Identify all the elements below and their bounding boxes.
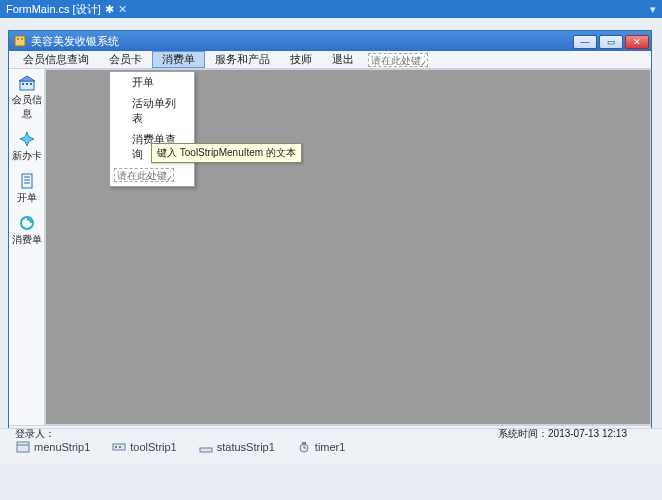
svg-rect-18 — [119, 446, 121, 448]
menu-component-icon — [16, 441, 30, 453]
building-icon — [18, 74, 36, 92]
app-icon — [13, 34, 27, 48]
menu-strip: 会员信息查询 会员卡 消费单 服务和产品 技师 退出 — [9, 51, 651, 69]
tray-statusstrip[interactable]: statusStrip1 — [199, 441, 275, 453]
status-right: 系统时间：2013-07-13 12:13 — [498, 427, 627, 441]
svg-rect-1 — [17, 38, 19, 40]
status-component-icon — [199, 441, 213, 453]
tool-open-order[interactable]: 开单 — [11, 169, 43, 211]
svg-rect-9 — [22, 174, 32, 188]
designer-tooltip: 键入 ToolStripMenuItem 的文本 — [151, 143, 302, 163]
menu-exit[interactable]: 退出 — [322, 51, 364, 68]
dd-active-list[interactable]: 活动单列表 — [110, 93, 194, 129]
minimize-button[interactable]: — — [573, 35, 597, 49]
vs-tab-label: FormMain.cs [设计] — [6, 2, 101, 17]
menu-member-card[interactable]: 会员卡 — [99, 51, 152, 68]
svg-rect-23 — [302, 442, 306, 444]
menu-member-info[interactable]: 会员信息查询 — [13, 51, 99, 68]
tool-member-info[interactable]: 会员信息 — [11, 71, 43, 127]
tray-menustrip[interactable]: menuStrip1 — [16, 441, 90, 453]
chevron-down-icon[interactable]: ▾ — [650, 3, 656, 16]
dd-type-input[interactable] — [114, 168, 174, 182]
tool-label: 新办卡 — [12, 150, 42, 161]
svg-rect-2 — [21, 38, 23, 40]
close-button[interactable]: ✕ — [625, 35, 649, 49]
svg-marker-7 — [19, 76, 35, 81]
menu-consume[interactable]: 消费单 — [152, 51, 205, 68]
window-buttons: — ▭ ✕ — [573, 34, 651, 49]
tool-label: 开单 — [17, 192, 37, 203]
menu-service-product[interactable]: 服务和产品 — [205, 51, 280, 68]
svg-rect-4 — [22, 83, 24, 85]
client-area: 会员信息 新办卡 开单 消费单 — [9, 69, 651, 425]
menu-technician[interactable]: 技师 — [280, 51, 322, 68]
toolstrip-component-icon — [112, 441, 126, 453]
form-window: 美容美发收银系统 — ▭ ✕ 会员信息查询 会员卡 消费单 服务和产品 技师 退… — [8, 30, 652, 442]
close-icon[interactable]: ✕ — [118, 3, 127, 16]
window-title: 美容美发收银系统 — [31, 34, 119, 49]
maximize-button[interactable]: ▭ — [599, 35, 623, 49]
dd-type-here[interactable] — [114, 168, 190, 182]
swirl-icon — [18, 214, 36, 232]
tray-toolstrip[interactable]: toolStrip1 — [112, 441, 176, 453]
vs-tab-dirty-icon: ✱ — [105, 3, 114, 16]
svg-rect-0 — [15, 36, 25, 46]
menu-type-here[interactable] — [368, 53, 428, 67]
tool-consume-list[interactable]: 消费单 — [11, 211, 43, 253]
tool-label: 消费单 — [12, 234, 42, 245]
dd-open-order[interactable]: 开单 — [110, 72, 194, 93]
svg-rect-14 — [17, 442, 29, 452]
svg-rect-3 — [20, 81, 34, 90]
tool-label: 会员信息 — [12, 94, 42, 119]
receipt-icon — [18, 172, 36, 190]
menu-type-input[interactable] — [368, 53, 428, 67]
tool-strip: 会员信息 新办卡 开单 消费单 — [9, 69, 45, 425]
tool-new-card[interactable]: 新办卡 — [11, 127, 43, 169]
designer-surface: 美容美发收银系统 — ▭ ✕ 会员信息查询 会员卡 消费单 服务和产品 技师 退… — [0, 18, 662, 464]
dropdown-consume: 开单 活动单列表 消费单查询 — [109, 71, 195, 187]
status-left: 登录人： — [15, 427, 55, 441]
svg-rect-19 — [200, 448, 212, 452]
vs-tab-row: FormMain.cs [设计] ✱ ✕ ▾ — [0, 0, 662, 18]
tray-timer[interactable]: timer1 — [297, 441, 346, 453]
vs-tab-active[interactable]: FormMain.cs [设计] ✱ ✕ — [0, 0, 133, 18]
svg-rect-6 — [30, 83, 32, 85]
timer-component-icon — [297, 441, 311, 453]
titlebar[interactable]: 美容美发收银系统 — ▭ ✕ — [9, 31, 651, 51]
svg-marker-8 — [20, 132, 34, 146]
sparkle-icon — [18, 130, 36, 148]
svg-rect-5 — [26, 83, 28, 85]
svg-rect-17 — [115, 446, 117, 448]
